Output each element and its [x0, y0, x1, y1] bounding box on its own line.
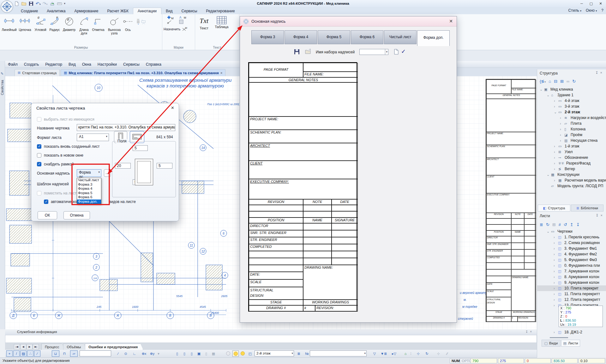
style-menu[interactable]: Стиль ▾	[568, 8, 581, 13]
ribbon-tab-annotacii[interactable]: Аннотации	[133, 8, 161, 14]
sheet-item-selected[interactable]: ›◫10. Плита перекрит	[537, 285, 606, 291]
tool-angular-dimension[interactable]: α Угловой	[33, 15, 48, 32]
sheet-item[interactable]: ›◫5. Фундамент Фм3	[537, 257, 606, 263]
sheet-item[interactable]: ›◫0. Фундаментна пли	[537, 263, 606, 268]
layers-icon[interactable]: ≣	[296, 350, 302, 357]
dropdown-option[interactable]: Форма 5	[77, 191, 101, 195]
cube-white-icon[interactable]: ▯	[181, 350, 188, 357]
lock-closed-icon[interactable]: ⊓	[61, 350, 68, 357]
filter-table-icon[interactable]: ▼≣	[380, 350, 387, 357]
bulb-frame-icon[interactable]	[232, 350, 239, 357]
drawing-name-input[interactable]: криття Пм1 на позн. +3.310. Опалубка та …	[77, 124, 175, 131]
pin-icon[interactable]: ↧	[525, 330, 530, 333]
tree-item[interactable]: ›▱Плита	[537, 121, 606, 126]
dropdown-option[interactable]: Форма 4	[77, 187, 101, 191]
apply-house-icon[interactable]: ⌂	[402, 350, 409, 357]
scrollbar-thumb[interactable]	[550, 337, 568, 338]
ruler-icon[interactable]	[57, 1, 62, 6]
tree-item[interactable]: ›▭1-й этаж	[537, 143, 606, 149]
titleblock-combo[interactable]: Форма дс▾	[77, 169, 101, 177]
tab-forma6[interactable]: Форма 6	[351, 30, 383, 44]
pin-icon[interactable]: ↧	[595, 71, 600, 75]
model-add-icon[interactable]: ⊞	[560, 79, 564, 84]
list-settings-icon[interactable]: ≣	[540, 222, 543, 227]
tab-forma3[interactable]: Форма 3	[251, 30, 284, 44]
close-button[interactable]: ✕	[596, 0, 605, 7]
window-menu[interactable]: Окно ▾	[586, 8, 597, 13]
tab-blank-sheet[interactable]: Чистый лист	[384, 30, 417, 44]
snap-cross-icon[interactable]: +	[6, 350, 13, 357]
ribbon-tab-armirovanie[interactable]: Армирование	[70, 8, 103, 14]
set-name-combo[interactable]: ▾	[359, 49, 388, 55]
tool-axis[interactable]: Ось	[123, 15, 133, 32]
save-set-icon[interactable]	[294, 49, 300, 55]
apply-check-icon[interactable]: ✓	[401, 48, 406, 55]
tab-forma-dop[interactable]: Форма доп.	[417, 30, 450, 46]
sheets-root[interactable]: ⌄▭Чертежи	[537, 229, 606, 234]
assign-button[interactable]: Назначить	[164, 27, 181, 31]
filter-branch-icon[interactable]: {≶▾	[540, 79, 546, 84]
tab-forma4[interactable]: Форма 4	[285, 30, 317, 44]
close-dialog-icon[interactable]: ✕	[449, 19, 453, 24]
snap-value-input[interactable]	[80, 350, 111, 356]
sheet-item[interactable]: ›◫2. Схема розміщенн	[537, 240, 606, 246]
sheet-add-icon[interactable]: ⊞	[552, 222, 556, 227]
move-icon[interactable]: ⊹	[415, 350, 421, 357]
tree-item[interactable]: ›◪Проём	[537, 132, 606, 138]
tool-chain-dimension[interactable]: Цепочка	[17, 15, 33, 32]
sheet-item[interactable]: ›◫7. Армування колон	[537, 268, 606, 274]
building-add-icon[interactable]: ⊟	[554, 79, 557, 84]
snap-grid-icon[interactable]: ▨	[20, 350, 27, 357]
move-ghost-icon[interactable]: ⊹	[435, 350, 441, 357]
tab-nav-buttons[interactable]: |◀◀▶▶|	[14, 344, 39, 349]
cube-ghost-icon[interactable]: ▦	[210, 350, 217, 357]
tree-item[interactable]: ⌄⌂Здание 1	[537, 92, 606, 98]
tree-item[interactable]: ▱Модель грунта: ЛІСОД РП	[537, 183, 606, 189]
show-in-new-window-checkbox[interactable]: показать в новом окне	[37, 153, 83, 158]
sheet-update-icon[interactable]: ↺	[564, 222, 567, 227]
select-existing-checkbox[interactable]: выбрать лист из имеющихся	[37, 117, 94, 122]
circle-center-icon[interactable]: ⊙	[123, 350, 129, 357]
tool-diameter-dimension[interactable]: Ø Диаметр	[61, 15, 77, 32]
tree-item[interactable]: ›▯Колонна	[537, 126, 606, 132]
tree-item[interactable]: ⌄▣Мед клиника	[537, 87, 606, 92]
help-button[interactable]: ?	[601, 8, 603, 13]
tool-elevation-mark[interactable]: Отметка	[91, 15, 105, 32]
line-icon[interactable]: ∕	[115, 350, 121, 357]
sheet-item[interactable]: ›◫11. Плита перекритт	[537, 291, 606, 297]
ribbon-tab-analitika[interactable]: Аналитика	[42, 8, 70, 14]
tree-item[interactable]: ›▭4-й этаж	[537, 98, 606, 104]
cube-gear-icon[interactable]: ▣	[196, 350, 202, 357]
dropdown-option[interactable]: Форма 3	[77, 182, 101, 187]
menu-file[interactable]: Файл	[5, 62, 21, 67]
tab-volumes[interactable]: Объёмы	[63, 343, 86, 350]
menu-windows[interactable]: Окна	[79, 62, 94, 67]
margin-top-field[interactable]: 5	[133, 145, 148, 151]
tab-sheets[interactable]: ▤Листи	[561, 340, 580, 347]
ribbon-tab-redaktirovanie[interactable]: Редактирование	[201, 8, 239, 14]
tree-item[interactable]: ›⊞Узел	[537, 149, 606, 155]
tool-node-leader[interactable]: Выноска узла	[105, 15, 123, 35]
assign-mark-icon[interactable]: M	[166, 15, 176, 25]
tree-item[interactable]: ›▦Расчетная модель вари	[537, 177, 606, 183]
new-set-icon[interactable]	[393, 49, 399, 55]
load-set-icon[interactable]	[305, 49, 311, 55]
lock-open-icon[interactable]: ⊔	[52, 350, 59, 357]
move-down-icon[interactable]: ↧	[576, 222, 580, 227]
sync-model-icon[interactable]	[50, 1, 55, 6]
refresh-icon[interactable]: ↻	[546, 222, 549, 227]
sheet-number-icon[interactable]: #	[559, 222, 561, 227]
bulb-off-icon[interactable]	[226, 351, 230, 355]
close-tab-icon[interactable]: ×	[220, 71, 223, 75]
dropdown-option-selected[interactable]: Форма доп.	[77, 200, 101, 204]
browse-titleblock-button[interactable]: …	[104, 169, 111, 177]
tab-structure[interactable]: ◧Структура	[538, 205, 570, 212]
new-document-icon[interactable]	[14, 1, 19, 6]
ribbon-tab-servisy[interactable]: Сервисы	[177, 8, 202, 14]
dropdown-option[interactable]: Чистый лист	[77, 178, 101, 182]
tool-radius-dimension[interactable]: R Радиус	[48, 15, 61, 32]
refresh-icon[interactable]: ↻	[572, 79, 576, 84]
work-plane-icon[interactable]: ▱	[70, 350, 78, 357]
tab-document[interactable]: ▦ Мед клиника: Плита перекриття Пм1 на п…	[61, 69, 225, 76]
binoculars-icon[interactable]: ∞	[567, 79, 569, 84]
